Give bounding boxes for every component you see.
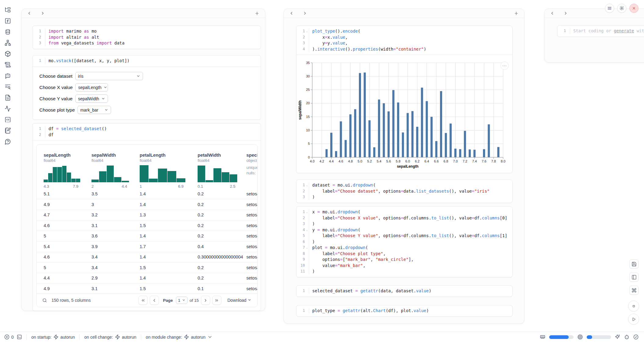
gutter-spacer (305, 34, 309, 41)
search-icon[interactable] (42, 298, 47, 303)
on-module-change-setting[interactable]: on module change: autorun (146, 334, 213, 340)
column-nav-left-button[interactable] (550, 11, 555, 16)
code-editor[interactable]: 1selected_dataset = getattr(data, datase… (296, 286, 512, 297)
page-select[interactable]: 1 (176, 297, 188, 304)
column-header-name[interactable]: petalLength (140, 152, 166, 158)
bar-chart[interactable]: 4.04.24.44.64.85.05.25.45.65.86.06.26.46… (296, 55, 512, 173)
code-editor[interactable]: 1df = selected_dataset()2df (33, 123, 261, 140)
on-startup-setting[interactable]: on startup: autorun (31, 334, 75, 340)
empty-cell[interactable]: 1Start coding or generate with AI (557, 25, 644, 37)
column-nav-left-button[interactable] (289, 11, 294, 16)
collapse-chevron-icon[interactable]: ⌄ (305, 227, 309, 233)
choose-plot-type-select[interactable]: mark_bar (77, 106, 111, 114)
database-icon[interactable] (4, 28, 11, 35)
cell-imports[interactable]: 1import marimo as mo2import altair as al… (32, 26, 261, 49)
chatbot-icon[interactable] (4, 72, 11, 79)
column-header-name[interactable]: petalWidth (198, 152, 221, 158)
network-icon[interactable] (4, 39, 11, 46)
notebook-menu-button[interactable] (605, 4, 614, 13)
errors-indicator[interactable]: 0 (4, 334, 14, 340)
shutdown-button[interactable] (629, 4, 639, 13)
dataframe-table[interactable]: sepalLengthfloat644.37.9sepalWidthfloat6… (36, 144, 258, 307)
list-search-icon[interactable] (4, 83, 11, 90)
next-page-button[interactable] (201, 296, 210, 305)
ai-assistant-button[interactable] (615, 334, 620, 340)
table-row[interactable]: 5.43.91.70.4setosa (37, 241, 257, 252)
cell-xy-plot-dropdowns[interactable]: 1⌄x = mo.ui.dropdown(2 label="Choose X v… (296, 206, 513, 277)
generate-with-ai-link[interactable]: generate (614, 28, 634, 33)
settings-button[interactable] (617, 4, 626, 13)
code-editor[interactable]: 1⌄x = mo.ui.dropdown(2 label="Choose X v… (296, 207, 512, 277)
code-editor[interactable]: 1plot_type = getattr(alt.Chart(df), plot… (296, 305, 512, 316)
code-editor[interactable]: 1⌄dataset = mo.ui.dropdown(2 label="Choo… (296, 180, 512, 203)
add-cell-button[interactable] (514, 11, 519, 16)
run-all-button[interactable] (628, 314, 639, 325)
collapse-chevron-icon[interactable]: ⌄ (305, 245, 309, 251)
column-nav-right-button[interactable] (302, 11, 307, 16)
table-row[interactable]: 4.63.41.40.30000000000000004setosa (37, 252, 257, 262)
code-editor[interactable]: 1Start coding or generate with AI (557, 26, 644, 37)
collapse-chevron-icon[interactable]: ⌄ (305, 182, 309, 188)
choose-y-value-select[interactable]: sepalWidth (75, 94, 108, 103)
column-nav-left-button[interactable] (27, 11, 32, 16)
column-nav-right-button[interactable] (40, 11, 45, 16)
scratchpad-icon[interactable] (4, 127, 11, 134)
column-histogram[interactable] (44, 165, 80, 182)
file-tree-icon[interactable] (4, 6, 11, 13)
connection-status-button[interactable] (633, 334, 639, 340)
cell-plot[interactable]: 1⌄plot_type().encode(2 x=x.value,3 y=y.v… (296, 26, 513, 173)
code-editor[interactable]: 1mo.vstack([dataset, x, y, plot]) (33, 55, 261, 66)
scroll-icon[interactable] (4, 61, 11, 68)
column-nav-right-button[interactable] (563, 11, 568, 16)
table-row[interactable]: 4.931.40.2setosa (37, 199, 257, 210)
document-icon[interactable] (4, 94, 11, 101)
cell-vstack[interactable]: 1mo.vstack([dataset, x, y, plot])Choose … (32, 55, 261, 120)
cell-dataset-dropdown[interactable]: 1⌄dataset = mo.ui.dropdown(2 label="Choo… (296, 180, 513, 203)
collapse-chevron-icon[interactable]: ⌄ (305, 28, 309, 34)
terminal-button[interactable] (17, 334, 22, 340)
shortcuts-button[interactable] (629, 286, 639, 295)
copilot-button[interactable] (624, 334, 629, 340)
add-cell-button[interactable] (255, 11, 259, 16)
package-icon[interactable] (4, 50, 11, 57)
table-row[interactable]: 4.63.11.50.2setosa (37, 220, 257, 231)
prev-page-button[interactable] (150, 296, 159, 305)
choose-x-value-select[interactable]: sepalLength (75, 83, 108, 91)
table-row[interactable]: 4.73.21.30.2setosa (37, 210, 257, 220)
on-cell-change-setting[interactable]: on cell change: autorun (84, 334, 136, 340)
first-page-button[interactable] (138, 296, 148, 305)
column-histogram[interactable] (91, 165, 129, 182)
code-editor[interactable]: 1⌄plot_type().encode(2 x=x.value,3 y=y.v… (296, 26, 512, 55)
column-histogram[interactable] (198, 165, 237, 182)
cell-df[interactable]: 1df = selected_dataset()2dfsepalLengthfl… (32, 123, 261, 311)
table-row[interactable]: 5.13.51.40.2setosa (37, 189, 257, 199)
column-histogram[interactable] (140, 165, 185, 182)
collapse-chevron-icon[interactable]: ⌄ (305, 209, 309, 215)
column-header (22, 9, 265, 18)
last-page-button[interactable] (212, 296, 221, 305)
svg-text:5.0: 5.0 (358, 159, 362, 163)
table-cell: 3.9 (91, 244, 98, 249)
cell-selected-dataset[interactable]: 1selected_dataset = getattr(data, datase… (296, 285, 513, 297)
download-button[interactable]: Download (227, 298, 251, 303)
snippet-icon[interactable] (4, 116, 11, 123)
column-header-name[interactable]: sepalWidth (91, 152, 116, 158)
cell-plot-type[interactable]: 1plot_type = getattr(alt.Chart(df), plot… (296, 305, 513, 317)
app-view-button[interactable] (629, 273, 639, 282)
code-editor[interactable]: 1import marimo as mo2import altair as al… (33, 26, 261, 49)
choose-dataset-select[interactable]: iris (75, 72, 143, 80)
interrupt-button[interactable] (628, 301, 639, 312)
column-header-name[interactable]: species (246, 152, 258, 158)
function-square-icon[interactable] (4, 17, 11, 24)
table-cell: 5.4 (44, 244, 50, 249)
table-row[interactable]: 4.93.11.50.1setosa (37, 283, 257, 294)
activity-icon[interactable] (4, 105, 11, 112)
gutter: 1 (296, 308, 309, 314)
table-row[interactable]: 53.61.40.2setosa (37, 231, 257, 241)
table-row[interactable]: 53.41.50.2setosa (37, 262, 257, 273)
help-icon[interactable] (4, 138, 11, 145)
chart-menu-button[interactable]: ⋯ (500, 62, 509, 70)
table-row[interactable]: 4.42.91.40.2setosa (37, 273, 257, 283)
save-button[interactable] (629, 259, 639, 269)
column-header-name[interactable]: sepalLength (44, 152, 70, 158)
